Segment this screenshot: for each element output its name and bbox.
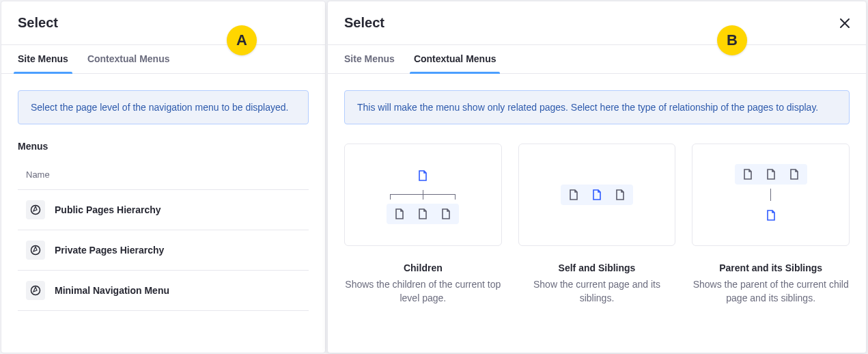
menu-row[interactable]: Public Pages Hierarchy: [18, 190, 309, 230]
column-header-name: Name: [18, 160, 309, 190]
info-alert: Select the page level of the navigation …: [18, 90, 309, 124]
card-parent-siblings: Parent and its Siblings Shows the parent…: [692, 144, 850, 305]
compass-icon: [26, 200, 45, 219]
annotation-badge-b: B: [717, 25, 747, 55]
card-preview-self-siblings[interactable]: [518, 144, 676, 246]
tab-site-menus[interactable]: Site Menus: [344, 45, 395, 73]
annotation-badge-a: A: [227, 25, 257, 55]
page-icon-row-highlight: [387, 204, 459, 224]
page-icon: [765, 209, 777, 221]
page-icon: [614, 189, 626, 201]
tab-site-menus[interactable]: Site Menus: [18, 45, 68, 73]
page-icon: [765, 168, 777, 180]
select-dialog-contextual-menus: Select Site Menus Contextual Menus This …: [327, 1, 867, 353]
page-icon-row-highlight: [561, 185, 633, 205]
card-title: Children: [404, 262, 443, 273]
card-desc: Show the current page and its siblings.: [518, 277, 676, 305]
dialog-title: Select: [18, 15, 58, 31]
card-self-siblings: Self and Siblings Show the current page …: [518, 144, 676, 305]
menu-row[interactable]: Private Pages Hierarchy: [18, 230, 309, 271]
card-desc: Shows the children of the current top le…: [344, 277, 502, 305]
relationship-cards: Children Shows the children of the curre…: [344, 144, 850, 305]
dialog-header: Select: [328, 1, 866, 45]
dialog-title: Select: [344, 15, 384, 31]
card-title: Self and Siblings: [559, 262, 636, 273]
select-dialog-site-menus: Select Site Menus Contextual Menus Selec…: [1, 1, 326, 353]
card-children: Children Shows the children of the curre…: [344, 144, 502, 305]
menu-row-label: Minimal Navigation Menu: [55, 285, 169, 296]
page-icon: [591, 189, 603, 201]
tab-contextual-menus[interactable]: Contextual Menus: [87, 45, 170, 73]
page-icon: [417, 208, 429, 220]
tree-connector: [382, 190, 464, 200]
section-title-menus: Menus: [18, 141, 309, 152]
card-desc: Shows the parent of the current child pa…: [692, 277, 850, 305]
page-icon: [568, 189, 580, 201]
menu-row-label: Public Pages Hierarchy: [55, 204, 161, 215]
dialog-body: Select the page level of the navigation …: [1, 74, 325, 353]
page-icon: [393, 208, 406, 220]
page-icon-row: [758, 205, 784, 226]
compass-icon: [26, 241, 45, 260]
card-title: Parent and its Siblings: [719, 262, 822, 273]
compass-icon: [26, 281, 45, 300]
card-preview-parent-siblings[interactable]: [692, 144, 850, 246]
menu-row-label: Private Pages Hierarchy: [55, 245, 164, 256]
page-icon-row: [410, 165, 436, 186]
page-icon-row-highlight: [735, 164, 807, 185]
close-icon[interactable]: [840, 18, 850, 28]
dialog-body: This will make the menu show only relate…: [328, 74, 866, 353]
page-icon: [788, 168, 800, 180]
page-icon: [742, 168, 754, 180]
tab-contextual-menus[interactable]: Contextual Menus: [414, 45, 496, 73]
tree-connector: [770, 189, 771, 201]
page-icon: [417, 169, 429, 182]
card-preview-children[interactable]: [344, 144, 502, 246]
page-icon: [440, 208, 452, 220]
tabs: Site Menus Contextual Menus: [328, 45, 866, 74]
tabs: Site Menus Contextual Menus: [1, 45, 325, 74]
dialog-header: Select: [1, 1, 325, 45]
menu-row[interactable]: Minimal Navigation Menu: [18, 271, 309, 311]
info-alert: This will make the menu show only relate…: [344, 90, 850, 124]
